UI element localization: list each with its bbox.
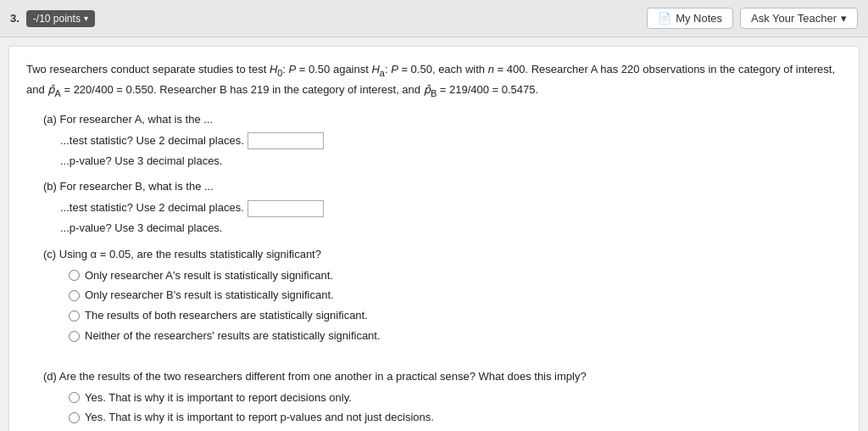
content-area: Two researchers conduct separate studies… bbox=[8, 46, 860, 431]
chevron-down-icon: ▾ bbox=[841, 12, 847, 25]
top-bar-left: 3. -/10 points ▾ bbox=[10, 10, 95, 27]
part-a-pvalue-row: ...p-value? Use 3 decimal places. bbox=[60, 153, 842, 171]
part-c-option-3-text: The results of both researchers are stat… bbox=[85, 307, 368, 325]
top-bar: 3. -/10 points ▾ 📄 My Notes Ask Your Tea… bbox=[0, 0, 868, 37]
part-d-option-1-text: Yes. That is why it is important to repo… bbox=[85, 389, 352, 407]
part-c-radio-2[interactable] bbox=[69, 290, 80, 301]
part-d-option-2-text: Yes. That is why it is important to repo… bbox=[85, 409, 434, 427]
part-d-label: (d) Are the results of the two researche… bbox=[43, 368, 842, 386]
part-c-option-1-text: Only researcher A's result is statistica… bbox=[85, 267, 333, 285]
part-a-pvalue-label: ...p-value? Use 3 decimal places. bbox=[60, 153, 222, 171]
my-notes-button[interactable]: 📄 My Notes bbox=[647, 8, 733, 29]
notes-icon: 📄 bbox=[658, 12, 671, 25]
part-c-option-4-text: Neither of the researchers' results are … bbox=[85, 327, 381, 345]
part-a-test-row: ...test statistic? Use 2 decimal places. bbox=[60, 132, 842, 150]
part-b-label: (b) For researcher B, what is the ... bbox=[43, 178, 842, 196]
part-b-pvalue-label: ...p-value? Use 3 decimal places. bbox=[60, 220, 222, 238]
points-label: -/10 points bbox=[33, 13, 81, 25]
part-c-radio-3[interactable] bbox=[69, 311, 80, 322]
part-c-option-2-text: Only researcher B's result is statistica… bbox=[85, 287, 334, 305]
part-a-test-label: ...test statistic? Use 2 decimal places. bbox=[60, 132, 244, 150]
part-a-test-input[interactable] bbox=[248, 132, 324, 149]
part-c-option-2[interactable]: Only researcher B's result is statistica… bbox=[69, 287, 842, 305]
part-c-label: (c) Using α = 0.05, are the results stat… bbox=[43, 246, 842, 264]
top-bar-right: 📄 My Notes Ask Your Teacher ▾ bbox=[647, 8, 858, 29]
part-c-radio-4[interactable] bbox=[69, 331, 80, 342]
part-c-option-4[interactable]: Neither of the researchers' results are … bbox=[69, 327, 842, 345]
part-b-pvalue-row: ...p-value? Use 3 decimal places. bbox=[60, 220, 842, 238]
part-c-option-1[interactable]: Only researcher A's result is statistica… bbox=[69, 267, 842, 285]
part-d-option-1[interactable]: Yes. That is why it is important to repo… bbox=[69, 389, 842, 407]
question-number: 3. bbox=[10, 12, 19, 25]
part-b-test-input[interactable] bbox=[248, 200, 324, 217]
part-b-test-label: ...test statistic? Use 2 decimal places. bbox=[60, 199, 244, 217]
part-a-label: (a) For researcher A, what is the ... bbox=[43, 111, 842, 129]
points-badge[interactable]: -/10 points ▾ bbox=[26, 10, 95, 27]
problem-intro: Two researchers conduct separate studies… bbox=[26, 60, 842, 101]
part-c-option-3[interactable]: The results of both researchers are stat… bbox=[69, 307, 842, 325]
part-d-radio-1[interactable] bbox=[69, 392, 80, 403]
part-d-option-2[interactable]: Yes. That is why it is important to repo… bbox=[69, 409, 842, 427]
part-b-test-row: ...test statistic? Use 2 decimal places. bbox=[60, 199, 842, 217]
part-c-radio-1[interactable] bbox=[69, 270, 80, 281]
ask-teacher-button[interactable]: Ask Your Teacher ▾ bbox=[740, 8, 858, 29]
part-d-radio-2[interactable] bbox=[69, 412, 80, 423]
chevron-down-icon: ▾ bbox=[84, 14, 88, 23]
